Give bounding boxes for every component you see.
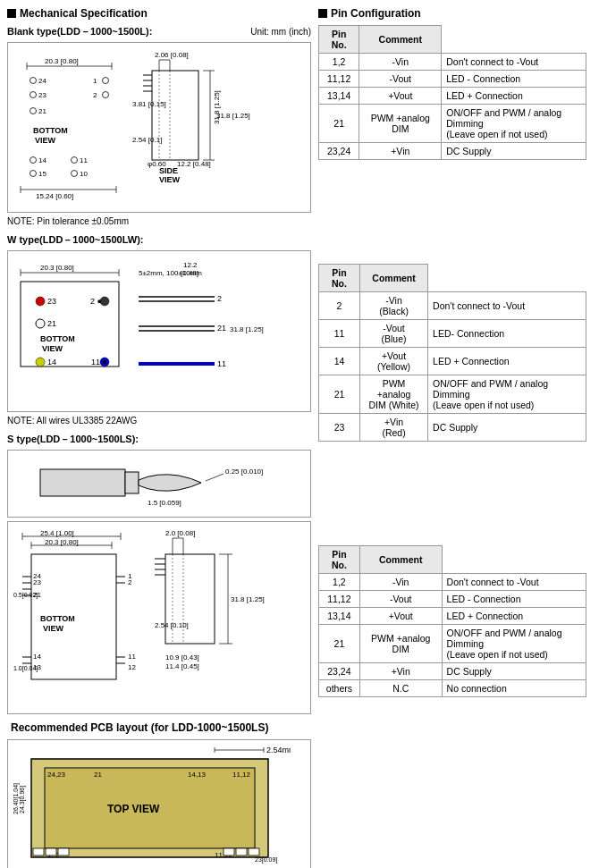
pin-table-3: Pin No. Comment 1,2 -Vin Don't connect t… <box>318 545 586 697</box>
svg-text:14: 14 <box>47 358 56 367</box>
svg-text:14,13: 14,13 <box>188 771 207 779</box>
pin-comment: ON/OFF and PWM / analog Dimming(Leave op… <box>428 375 586 414</box>
svg-text:20.3 [0.80]: 20.3 [0.80] <box>45 57 79 65</box>
table-row: others N.C No connection <box>319 680 586 697</box>
svg-text:10: 10 <box>80 170 88 178</box>
svg-rect-151 <box>236 848 247 855</box>
pcb-header: Recommended PCB layout (for LDD-1000~150… <box>7 721 311 734</box>
svg-text:14: 14 <box>33 653 41 661</box>
pin-comment: LED - Connection <box>442 71 586 88</box>
pin-no: 23,24 <box>319 143 359 160</box>
pin-no: 1,2 <box>319 574 360 591</box>
col-header-pinno-3: Pin No. <box>319 546 360 574</box>
pin-no: 2 <box>319 292 360 320</box>
pcb-diagram: 2.54mm TOP VIEW 24,23 21 14,13 11,12 1, … <box>7 739 311 868</box>
pin-no: 21 <box>319 625 360 663</box>
pin-comment: LED + Connection <box>428 348 586 375</box>
pin-no: 13,14 <box>319 608 360 625</box>
pin-no: 11 <box>319 320 360 348</box>
right-column: Pin Configuration Pin No. Comment 1,2 -V… <box>318 7 586 868</box>
table-row: 1,2 -Vin Don't connect to -Vout <box>319 54 586 71</box>
svg-line-81 <box>206 474 224 481</box>
svg-text:1.5 [0.059]: 1.5 [0.059] <box>148 499 181 507</box>
pin-comment: Don't connect to -Vout <box>442 574 586 591</box>
table-row: 11 -Vout(Blue) LED- Connection <box>319 320 586 348</box>
svg-text:15: 15 <box>38 170 46 178</box>
pin-name: -Vout(Blue) <box>359 320 427 348</box>
left-column: Mechanical Specification Blank type(LDD－… <box>7 7 311 868</box>
svg-text:23: 23 <box>47 297 56 306</box>
pin-no: others <box>319 680 360 697</box>
svg-text:11: 11 <box>80 156 88 164</box>
unit-label: Unit: mm (inch) <box>250 27 311 37</box>
svg-point-6 <box>30 78 37 84</box>
table-row: 2 -Vin(Black) Don't connect to -Vout <box>319 292 586 320</box>
s-connector-svg: 0.25 [0.010] 1.5 [0.059] <box>13 456 273 510</box>
svg-text:21: 21 <box>38 107 46 115</box>
col-header-comment-3: Comment <box>359 546 442 574</box>
col-header-comment-1: Comment <box>359 26 442 54</box>
pin-comment: LED + Connection <box>442 608 586 625</box>
w-type-diagram: 20.3 [0.80] 23 21 BOTTOM VIEW 14 2 ● <box>7 250 311 412</box>
note1: NOTE: Pin tolerance ±0.05mm <box>7 216 311 226</box>
svg-text:BOTTOM: BOTTOM <box>40 334 75 343</box>
pin-comment: ON/OFF and PWM / analog Dimming(Leave op… <box>442 625 586 663</box>
pin-comment: LED - Connection <box>442 591 586 608</box>
svg-text:10.9 [0.43]: 10.9 [0.43] <box>165 653 199 662</box>
col-header-pinno-2: Pin No. <box>319 265 360 292</box>
table-row: 14 +Vout(Yellow) LED + Connection <box>319 348 586 375</box>
pin-no: 14 <box>319 348 360 375</box>
svg-text:φ0.60: φ0.60 <box>148 160 166 168</box>
w-type-svg: 20.3 [0.80] 23 21 BOTTOM VIEW 14 2 ● <box>13 257 291 404</box>
pin-comment: LED + Connection <box>442 88 586 105</box>
pin-comment: ON/OFF and PWM / analog Dimming(Leave op… <box>442 105 586 143</box>
blank-type-section: Blank type(LDD－1000~1500L): Unit: mm (in… <box>7 25 311 226</box>
pin-name: +Vout(Yellow) <box>359 348 427 375</box>
svg-rect-147 <box>33 848 44 855</box>
s-type-section: S type(LDD－1000~1500LS): 0.25 [0.010] 1.… <box>7 433 311 714</box>
svg-text:15.24 [0.60]: 15.24 [0.60] <box>36 192 73 200</box>
pin-comment: No connection <box>442 680 586 697</box>
svg-text:2: 2 <box>93 91 97 99</box>
svg-text:BOTTOM: BOTTOM <box>33 126 68 135</box>
pin-name: PWM +analog DIM <box>359 625 442 663</box>
pin-no: 13,14 <box>319 88 359 105</box>
svg-rect-152 <box>249 848 259 855</box>
pin-no: 1,2 <box>319 54 359 71</box>
svg-text:11.4 [0.45]: 11.4 [0.45] <box>165 662 199 670</box>
page-container: Mechanical Specification Blank type(LDD－… <box>7 7 592 868</box>
table-row: 1,2 -Vin Don't connect to -Vout <box>319 574 586 591</box>
svg-text:20.3 [0.80]: 20.3 [0.80] <box>45 538 79 546</box>
svg-point-61 <box>36 358 45 367</box>
blank-type-title: Blank type(LDD－1000~1500L): <box>7 25 152 38</box>
svg-point-22 <box>72 171 78 177</box>
table-row: 13,14 +Vout LED + Connection <box>319 88 586 105</box>
pin-comment: Don't connect to -Vout <box>428 292 586 320</box>
w-type-section: W type(LDD－1000~1500LW): 20.3 [0.80] 23 … <box>7 233 311 426</box>
pcb-section: Recommended PCB layout (for LDD-1000~150… <box>7 721 311 868</box>
pin-name: -Vin <box>359 574 442 591</box>
col-header-pinno-1: Pin No. <box>319 26 359 54</box>
pin-no: 23,24 <box>319 663 360 680</box>
svg-text:21: 21 <box>47 319 56 328</box>
pin-name: +Vin(Red) <box>359 414 427 442</box>
pin-comment: DC Supply <box>428 414 586 442</box>
note2: NOTE: All wires UL3385 22AWG <box>7 416 311 426</box>
svg-text:14: 14 <box>38 156 46 164</box>
pin-comment: DC Supply <box>442 143 586 160</box>
pin-name: PWM +analog DIM <box>359 105 442 143</box>
svg-text:1.0[0.04]: 1.0[0.04] <box>13 665 38 672</box>
svg-point-8 <box>103 78 109 84</box>
svg-point-57 <box>36 319 45 328</box>
svg-text:24: 24 <box>38 77 46 85</box>
svg-text:2.54mm: 2.54mm <box>266 746 291 754</box>
mech-spec-header: Mechanical Specification <box>7 7 311 20</box>
table-row: 23,24 +Vin DC Supply <box>319 663 586 680</box>
svg-point-12 <box>103 92 109 98</box>
svg-text:11: 11 <box>217 359 226 368</box>
pin-name: -Vin <box>359 54 442 71</box>
s-type-connector-diagram: 0.25 [0.010] 1.5 [0.059] <box>7 450 311 518</box>
pcb-title: Recommended PCB layout (for LDD-1000~150… <box>11 721 268 734</box>
svg-rect-79 <box>40 469 125 496</box>
pin-name: -Vout <box>359 591 442 608</box>
